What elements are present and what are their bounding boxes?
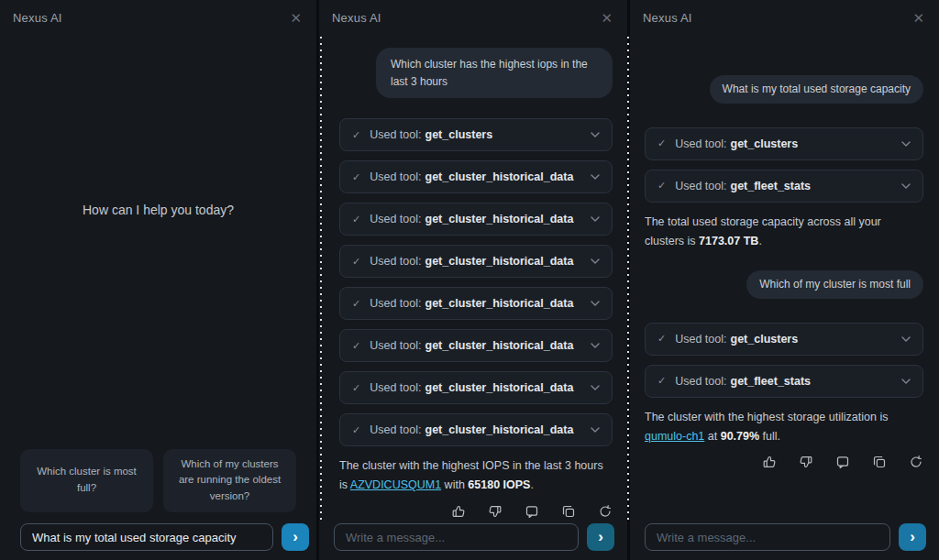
chevron-down-icon[interactable]: [591, 174, 600, 180]
cluster-link[interactable]: AZVDICUSQUM1: [350, 478, 441, 491]
chevron-down-icon[interactable]: [901, 141, 911, 147]
tool-row[interactable]: ✓ Used tool: get_cluster_historical_data: [339, 329, 613, 362]
check-icon: ✓: [657, 180, 666, 192]
thumbs-down-icon[interactable]: [799, 455, 813, 469]
close-icon[interactable]: ✕: [911, 9, 926, 27]
answer-text: full.: [759, 430, 780, 443]
answer-text: The total used storage capacity across a…: [645, 215, 881, 247]
chat-content: Which cluster has the highest iops in th…: [319, 35, 627, 523]
greeting-wrap: How can I help you today?: [20, 35, 296, 449]
tool-name: get_cluster_historical_data: [425, 297, 574, 310]
tool-row[interactable]: ✓ Used tool: get_clusters: [645, 127, 923, 160]
check-icon: ✓: [352, 382, 360, 394]
feedback-row: [339, 504, 613, 519]
answer-bold-value: 65180 IOPS: [468, 478, 530, 491]
app-title: Nexus AI: [643, 11, 692, 25]
message-input[interactable]: [20, 523, 273, 551]
chevron-down-icon[interactable]: [591, 385, 600, 390]
panel-header: Nexus AI ✕: [319, 0, 627, 35]
tool-row[interactable]: ✓ Used tool: get_clusters: [645, 323, 923, 356]
chevron-down-icon[interactable]: [901, 379, 911, 384]
answer-bold-value: 7173.07 TB: [699, 235, 758, 247]
suggestion-chip-oldest-version[interactable]: Which of my clusters are running the old…: [163, 449, 296, 512]
copy-icon[interactable]: [872, 455, 887, 469]
check-icon: ✓: [352, 340, 360, 352]
tool-name: get_cluster_historical_data: [425, 423, 574, 436]
assistant-answer: The cluster with the highest storage uti…: [645, 408, 923, 447]
check-icon: ✓: [352, 129, 360, 141]
chat-panel-left: Nexus AI ✕ How can I help you today? Whi…: [0, 0, 316, 560]
tool-row-label: Used tool:: [370, 423, 421, 436]
message-bar: ›: [0, 523, 316, 560]
answer-text: .: [530, 478, 533, 491]
copy-icon[interactable]: [561, 504, 576, 519]
chevron-down-icon[interactable]: [591, 427, 600, 433]
chat-content: What is my total used storage capacity ✓…: [630, 35, 939, 523]
regenerate-icon[interactable]: [598, 504, 613, 519]
check-icon: ✓: [352, 298, 360, 310]
message-input[interactable]: [645, 523, 890, 551]
answer-text: at: [704, 430, 720, 443]
tool-row[interactable]: ✓ Used tool: get_clusters: [339, 118, 613, 151]
tool-row[interactable]: ✓ Used tool: get_cluster_historical_data: [339, 287, 613, 320]
tool-name: get_clusters: [425, 128, 493, 141]
send-button[interactable]: ›: [899, 523, 926, 551]
tool-row[interactable]: ✓ Used tool: get_fleet_stats: [645, 365, 923, 398]
chevron-down-icon[interactable]: [591, 258, 600, 264]
tool-row-label: Used tool:: [370, 297, 421, 310]
send-icon: ›: [910, 529, 915, 544]
tool-row-label: Used tool:: [675, 180, 726, 192]
tool-row-label: Used tool:: [675, 375, 726, 388]
tool-row-label: Used tool:: [370, 255, 421, 268]
tool-name: get_cluster_historical_data: [425, 381, 574, 394]
suggestion-chip-most-full[interactable]: Which cluster is most full?: [20, 449, 153, 512]
send-icon: ›: [598, 529, 603, 544]
send-button[interactable]: ›: [282, 523, 309, 551]
answer-text: .: [758, 235, 761, 247]
send-button[interactable]: ›: [587, 523, 614, 551]
chevron-down-icon[interactable]: [591, 301, 600, 306]
panel-header: Nexus AI ✕: [630, 0, 939, 35]
user-message-bubble: Which of my cluster is most full: [746, 270, 923, 299]
check-icon: ✓: [657, 333, 666, 345]
close-icon[interactable]: ✕: [599, 9, 614, 27]
tool-name: get_cluster_historical_data: [425, 213, 574, 225]
answer-bold-value: 90.79%: [721, 430, 759, 443]
comment-icon[interactable]: [525, 504, 539, 519]
thumbs-down-icon[interactable]: [488, 504, 503, 519]
comment-icon[interactable]: [835, 455, 850, 469]
check-icon: ✓: [352, 424, 360, 436]
tool-name: get_fleet_stats: [731, 375, 812, 388]
chat-content: How can I help you today? Which cluster …: [0, 35, 316, 523]
app-title: Nexus AI: [13, 11, 62, 25]
tool-row[interactable]: ✓ Used tool: get_cluster_historical_data: [339, 413, 613, 446]
tool-row[interactable]: ✓ Used tool: get_cluster_historical_data: [339, 371, 613, 404]
message-input[interactable]: [334, 523, 579, 551]
suggestion-chips: Which cluster is most full? Which of my …: [20, 449, 296, 512]
check-icon: ✓: [352, 256, 360, 268]
cluster-link[interactable]: qumulo-ch1: [645, 430, 704, 443]
send-icon: ›: [293, 529, 298, 544]
tool-row[interactable]: ✓ Used tool: get_cluster_historical_data: [339, 245, 613, 278]
user-message-bubble: What is my total used storage capacity: [710, 75, 923, 104]
chevron-down-icon[interactable]: [901, 336, 911, 342]
chevron-down-icon[interactable]: [901, 183, 911, 189]
chevron-down-icon[interactable]: [591, 343, 600, 348]
greeting-text: How can I help you today?: [83, 203, 234, 217]
check-icon: ✓: [352, 171, 360, 183]
tool-row[interactable]: ✓ Used tool: get_cluster_historical_data: [339, 160, 613, 193]
tool-row-label: Used tool:: [370, 170, 421, 183]
thumbs-up-icon[interactable]: [451, 504, 466, 519]
tool-name: get_cluster_historical_data: [425, 170, 574, 183]
tool-row-label: Used tool:: [675, 333, 726, 346]
thumbs-up-icon[interactable]: [762, 455, 777, 469]
check-icon: ✓: [657, 137, 666, 149]
tool-row[interactable]: ✓ Used tool: get_fleet_stats: [645, 170, 923, 203]
tool-row-label: Used tool:: [675, 137, 726, 150]
answer-text: The cluster with the highest storage uti…: [645, 411, 888, 423]
chevron-down-icon[interactable]: [591, 132, 600, 137]
chevron-down-icon[interactable]: [591, 216, 600, 222]
close-icon[interactable]: ✕: [288, 9, 304, 27]
tool-row[interactable]: ✓ Used tool: get_cluster_historical_data: [339, 203, 613, 236]
regenerate-icon[interactable]: [909, 455, 923, 469]
